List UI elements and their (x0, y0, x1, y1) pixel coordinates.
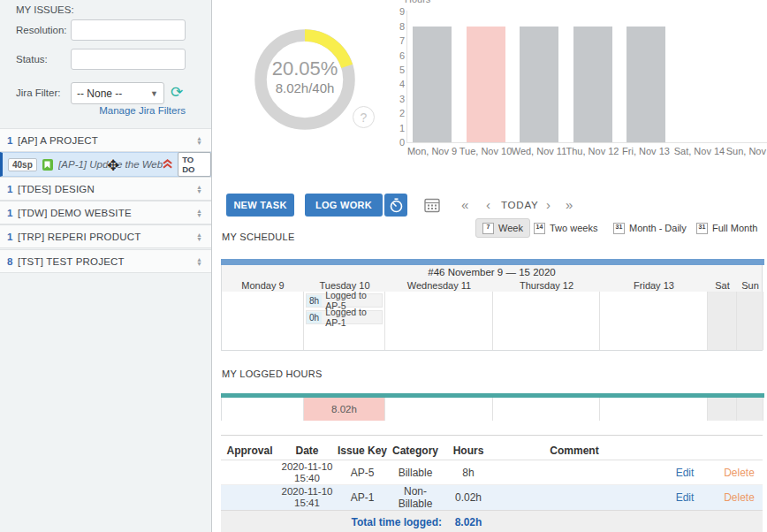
project-name: [TST] TEST PROJECT (18, 256, 125, 267)
cell-issue-key: AP-5 (336, 460, 389, 484)
sort-handle-icon[interactable]: ▲▼ (196, 257, 202, 266)
nav-last-button[interactable]: » (566, 197, 573, 212)
bar-chart: Mon, Nov 9Tue, Nov 10Wed, Nov 11Thu, Nov… (396, 0, 767, 161)
logged-cell-thursday (493, 398, 600, 421)
sort-handle-icon[interactable]: ▲▼ (196, 185, 202, 194)
schedule-cell-wednesday[interactable] (385, 292, 493, 350)
view-week-button[interactable]: 7 Week (475, 218, 530, 238)
resolution-input[interactable] (71, 19, 186, 41)
y-tick-label: 1 (396, 123, 405, 133)
status-badge: TO DO (178, 152, 211, 177)
sort-handle-icon[interactable]: ▲▼ (196, 136, 202, 145)
y-tick-label: 0 (396, 137, 405, 148)
worklog-entry[interactable]: 8h Logged to AP-5 (306, 293, 383, 308)
worklog-total-row: Total time logged: 8.02h (221, 510, 763, 532)
total-label: Total time logged: (221, 511, 442, 532)
new-task-button[interactable]: NEW TASK (226, 194, 294, 217)
story-type-icon (42, 159, 53, 171)
total-value: 8.02h (442, 511, 495, 532)
nav-first-button[interactable]: « (461, 197, 468, 212)
schedule-cell-sunday[interactable] (737, 292, 763, 350)
x-tick-label: Sun, Nov 15 (718, 146, 767, 156)
project-name: [AP] A PROJECT (18, 135, 98, 146)
schedule-cell-tuesday[interactable]: 8h Logged to AP-5 0h Logged to AP-1 (304, 292, 385, 350)
day-header-saturday: Sat (708, 280, 737, 291)
calendar-icon[interactable] (423, 196, 441, 214)
day-header-thursday: Thursday 12 (493, 280, 600, 291)
y-tick-label: 2 (396, 108, 405, 118)
calendar-14-icon: 14 (534, 223, 545, 234)
sidebar: MY ISSUES: Resolution: Status: Jira Filt… (0, 0, 212, 532)
status-input[interactable] (71, 49, 186, 70)
status-label: Status: (16, 54, 48, 65)
manage-jira-filters-link[interactable]: Manage Jira Filters (80, 105, 186, 116)
y-tick-label: 8 (396, 21, 405, 32)
week-title: #46 November 9 — 15 2020 (222, 267, 762, 277)
project-name: [TDW] DEMO WEBSITE (18, 208, 132, 218)
sidebar-item-project-tdes[interactable]: 1 [TDES] DESIGN ▲▼ (0, 177, 211, 201)
nav-next-button[interactable]: › (546, 197, 551, 212)
project-count: 1 (7, 208, 18, 218)
view-week-label: Week (498, 223, 523, 233)
y-tick-label: 3 (396, 94, 405, 104)
project-count: 8 (7, 256, 18, 267)
delete-link[interactable]: Delete (716, 460, 763, 484)
schedule-cell-monday[interactable] (222, 292, 304, 350)
delete-link[interactable]: Delete (716, 485, 763, 510)
sidebar-item-project-trp[interactable]: 1 [TRP] REPERI PRODUCT ▲▼ (0, 224, 211, 248)
cell-comment (495, 460, 654, 484)
edit-link[interactable]: Edit (654, 485, 716, 510)
calendar-7-icon: 7 (482, 223, 494, 234)
help-icon[interactable]: ? (353, 106, 375, 128)
view-full-month-button[interactable]: 31 Full Month (690, 218, 763, 238)
view-two-weeks-button[interactable]: 14 Two weeks (528, 218, 604, 238)
y-tick-label: 6 (396, 50, 405, 61)
project-name: [TDES] DESIGN (18, 184, 95, 194)
bar-Thu, Nov 12 (573, 27, 612, 142)
worklog-entry[interactable]: 0h Logged to AP-1 (306, 310, 383, 324)
move-cursor-icon: ✥ (107, 156, 119, 175)
y-tick-label: 7 (396, 35, 405, 46)
calendar-31-icon: 31 (696, 223, 708, 234)
stopwatch-icon (389, 198, 404, 213)
y-tick-label: 9 (396, 6, 405, 17)
schedule-cell-friday[interactable] (600, 292, 708, 350)
nav-prev-button[interactable]: ‹ (486, 197, 490, 212)
entry-text: Logged to AP-1 (325, 307, 382, 328)
today-button[interactable]: TODAY (501, 200, 539, 210)
y-tick-label: 4 (396, 79, 405, 89)
task-item-ap-1[interactable]: 40sp [AP-1] Update the Website TO DO (0, 152, 211, 177)
edit-link[interactable]: Edit (654, 460, 716, 484)
cell-date: 2020-11-1015:40 (278, 460, 336, 484)
logged-hours-strip: 8.02h (221, 393, 763, 421)
worklog-table: Approval Date Issue Key Category Hours C… (221, 435, 763, 532)
donut-center-labels: 20.05% 8.02h/40h (250, 57, 360, 95)
schedule-accent-bar (221, 259, 764, 265)
sidebar-item-project-ap[interactable]: 1 [AP] A PROJECT ▲▼ (0, 128, 211, 152)
sidebar-item-project-tst[interactable]: 8 [TST] TEST PROJECT ▲▼ (0, 249, 211, 273)
col-issue-key: Issue Key (336, 441, 389, 460)
cell-category: Billable (389, 460, 442, 484)
calendar-31-icon: 31 (613, 223, 625, 234)
project-name: [TRP] REPERI PRODUCT (18, 232, 140, 242)
donut-percent: 20.05% (250, 57, 360, 80)
cell-category: Non-Billable (389, 485, 442, 510)
log-work-button[interactable]: LOG WORK (305, 194, 383, 217)
schedule-cell-thursday[interactable] (493, 292, 600, 350)
sort-handle-icon[interactable]: ▲▼ (196, 232, 202, 241)
day-header-friday: Friday 13 (600, 280, 708, 291)
jira-filter-value: -- None -- (77, 87, 122, 100)
view-month-daily-button[interactable]: 31 Month - Daily (607, 218, 693, 238)
timer-button[interactable] (384, 194, 407, 217)
schedule-week-table: #46 November 9 — 15 2020 Monday 9 Tuesda… (221, 260, 763, 351)
my-schedule-heading: MY SCHEDULE (222, 232, 295, 242)
schedule-cell-saturday[interactable] (708, 292, 737, 350)
sort-handle-icon[interactable]: ▲▼ (196, 209, 202, 217)
jira-filter-select[interactable]: -- None -- ▼ (71, 82, 164, 104)
donut-hours: 8.02h/40h (250, 80, 360, 95)
col-hours: Hours (442, 441, 495, 460)
sidebar-item-project-tdw[interactable]: 1 [TDW] DEMO WEBSITE ▲▼ (0, 201, 211, 224)
entry-hours: 8h (307, 295, 322, 307)
cell-date: 2020-11-1015:41 (278, 485, 336, 510)
refresh-filters-icon[interactable]: ⟳ (171, 85, 183, 100)
